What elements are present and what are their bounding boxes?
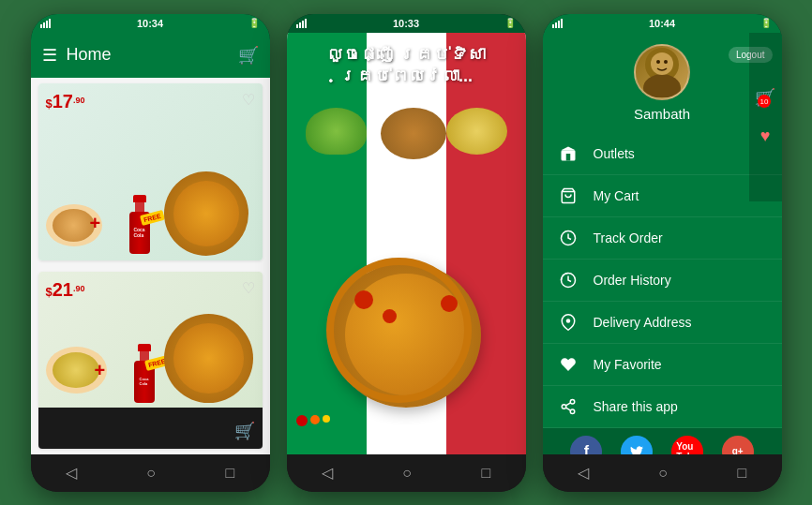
twitter-icon[interactable] xyxy=(621,436,653,454)
share-icon xyxy=(558,396,579,417)
menu-item-cart[interactable]: My Cart xyxy=(543,175,782,217)
home-button-2[interactable]: ○ xyxy=(402,465,412,482)
svg-point-23 xyxy=(570,399,575,404)
promo-screen: លួចផ្ញើ គ្រប់ទិសាគ្រប់ពេលវេលា... xyxy=(287,33,526,454)
add-to-cart-2[interactable]: 🛒 xyxy=(234,421,255,441)
social-bar: f YouTube g+ xyxy=(543,428,782,454)
pizza-image-1 xyxy=(164,171,248,256)
svg-rect-7 xyxy=(305,19,307,28)
mycart-icon xyxy=(558,186,579,206)
svg-rect-5 xyxy=(299,22,301,28)
signal-icon-2 xyxy=(296,19,308,28)
facebook-icon[interactable]: f xyxy=(570,436,602,454)
promo-content: លួចផ្ញើ គ្រប់ទិសាគ្រប់ពេលវេលា... xyxy=(287,33,526,454)
track-icon xyxy=(558,228,579,248)
heart-quick-icon[interactable]: ♥ xyxy=(760,126,771,146)
home-title: Home xyxy=(67,45,238,65)
favorite-icon xyxy=(558,354,579,375)
svg-point-15 xyxy=(656,60,660,64)
pizza-image-2 xyxy=(164,314,253,403)
user-name: Sambath xyxy=(634,106,690,122)
price-badge-2: $21.90 xyxy=(46,279,85,301)
status-bar-3: 10:44 🔋 xyxy=(543,14,782,33)
svg-rect-6 xyxy=(302,21,304,28)
salad-bowl xyxy=(306,108,367,155)
coke-bottle-2: CocaCola xyxy=(134,344,155,403)
recent-button-3[interactable]: □ xyxy=(738,465,747,482)
outlets-label: Outlets xyxy=(594,146,635,161)
menu-item-history[interactable]: Order History xyxy=(543,260,782,302)
product-card-2: $21.90 ♡ + CocaCola xyxy=(38,272,263,449)
product-card-1: $17.90 ♡ + CocaCola xyxy=(38,83,263,260)
home-screen: $17.90 ♡ + CocaCola xyxy=(31,78,270,454)
back-button-1[interactable]: ◁ xyxy=(66,464,77,482)
phone-promo: 10:33 🔋 លួចផ្ញើ គ្រប់ទិសាគ្រប់ពេលវេលា... xyxy=(287,14,526,492)
history-label: Order History xyxy=(594,273,671,288)
favorite-icon-2[interactable]: ♡ xyxy=(242,279,255,297)
cart-badge: 10 xyxy=(758,95,771,108)
svg-point-22 xyxy=(565,319,570,323)
menu-header: Sambath Logout xyxy=(543,33,782,133)
svg-line-26 xyxy=(565,408,570,410)
menu-item-favorite[interactable]: My Favorite xyxy=(543,344,782,386)
recent-button-2[interactable]: □ xyxy=(482,465,491,482)
menu-icon[interactable]: ☰ xyxy=(42,45,57,66)
home-button-3[interactable]: ○ xyxy=(658,465,668,482)
outlets-icon xyxy=(558,143,579,164)
svg-point-16 xyxy=(664,60,668,64)
share-label: Share this app xyxy=(594,399,678,414)
side-quick-icons: 🛒 10 ♥ xyxy=(749,33,782,201)
wings-food xyxy=(53,209,95,242)
cart-quick-icon[interactable]: 🛒 10 xyxy=(755,87,775,108)
svg-rect-4 xyxy=(296,24,298,28)
menu-item-outlets[interactable]: Outlets xyxy=(543,133,782,175)
phone-menu: 10:44 🔋 🛒 10 ♥ xyxy=(543,14,782,492)
delivery-label: Delivery Address xyxy=(594,315,692,330)
back-button-3[interactable]: ◁ xyxy=(578,464,589,482)
battery-icon-3: 🔋 xyxy=(760,18,772,28)
track-label: Track Order xyxy=(594,230,663,245)
menu-list: Outlets My Cart Track Order xyxy=(543,133,782,428)
menu-item-delivery[interactable]: Delivery Address xyxy=(543,302,782,344)
promo-overlay: លួចផ្ញើ គ្រប់ទិសាគ្រប់ពេលវេលា... xyxy=(287,33,526,454)
recent-button-1[interactable]: □ xyxy=(226,465,235,482)
svg-rect-9 xyxy=(555,22,557,28)
product-image-2: $21.90 ♡ + CocaCola xyxy=(38,272,263,408)
bottom-nav-3: ◁ ○ □ xyxy=(543,454,782,492)
plus-icon-2: + xyxy=(95,360,106,381)
pasta-promo xyxy=(446,108,507,155)
user-avatar xyxy=(634,44,690,100)
battery-icon-2: 🔋 xyxy=(504,18,516,28)
phone-home: 10:34 🔋 ☰ Home 🛒 $17.90 ♡ xyxy=(31,14,270,492)
pasta-food xyxy=(53,352,99,388)
back-button-2[interactable]: ◁ xyxy=(322,464,333,482)
youtube-icon[interactable]: YouTube xyxy=(671,436,703,454)
svg-rect-2 xyxy=(46,21,48,28)
product-info-2: 🛒 xyxy=(38,408,263,449)
side-menu: 🛒 10 ♥ xyxy=(543,33,782,454)
coke-bottle: CocaCola xyxy=(129,195,150,256)
svg-rect-18 xyxy=(565,154,570,161)
delivery-icon xyxy=(558,312,579,333)
status-bar-2: 10:33 🔋 xyxy=(287,14,526,33)
menu-item-track[interactable]: Track Order xyxy=(543,217,782,260)
battery-icon-1: 🔋 xyxy=(248,18,260,28)
small-items xyxy=(296,415,330,426)
menu-item-share[interactable]: Share this app xyxy=(543,386,782,428)
svg-point-14 xyxy=(651,52,673,75)
time-display-1: 10:34 xyxy=(137,18,163,29)
plus-icon: + xyxy=(90,213,101,234)
signal-icon xyxy=(40,19,52,28)
svg-rect-8 xyxy=(552,24,554,28)
product-image-1: $17.90 ♡ + CocaCola xyxy=(38,83,263,260)
google-plus-icon[interactable]: g+ xyxy=(722,436,754,454)
product-list: $17.90 ♡ + CocaCola xyxy=(31,78,270,454)
home-button-1[interactable]: ○ xyxy=(146,465,156,482)
time-display-2: 10:33 xyxy=(393,18,419,29)
price-badge-1: $17.90 xyxy=(46,91,85,112)
history-icon xyxy=(558,270,579,290)
status-bar-1: 10:34 🔋 xyxy=(31,14,270,33)
favorite-icon-1[interactable]: ♡ xyxy=(242,91,255,109)
cart-icon-top[interactable]: 🛒 xyxy=(238,45,259,66)
svg-rect-11 xyxy=(561,19,563,28)
